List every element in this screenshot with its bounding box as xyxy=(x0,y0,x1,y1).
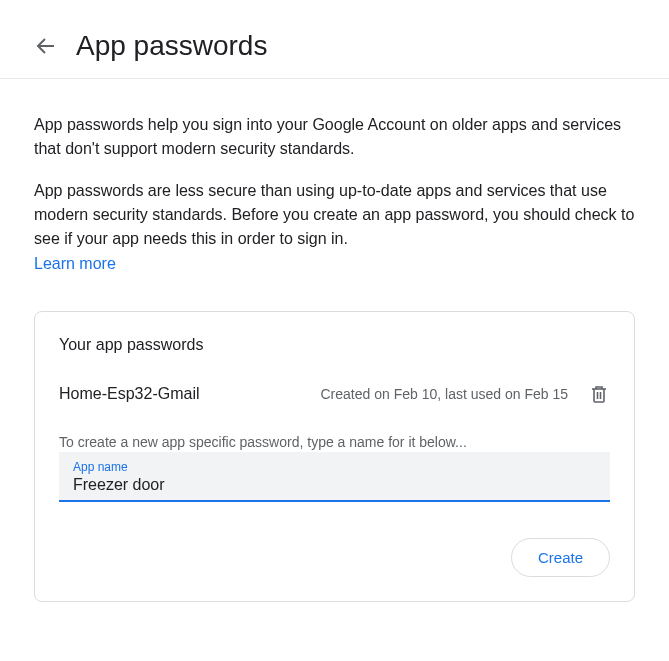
create-button[interactable]: Create xyxy=(511,538,610,577)
description-paragraph-2: App passwords are less secure than using… xyxy=(34,179,635,251)
button-row: Create xyxy=(59,538,610,577)
description-paragraph-1: App passwords help you sign into your Go… xyxy=(34,113,635,161)
app-password-name: Home-Esp32-Gmail xyxy=(59,385,199,403)
app-password-meta: Created on Feb 10, last used on Feb 15 xyxy=(199,386,568,402)
learn-more-link[interactable]: Learn more xyxy=(34,255,116,272)
create-hint: To create a new app specific password, t… xyxy=(59,434,610,450)
back-arrow-icon[interactable] xyxy=(34,34,58,58)
app-name-input[interactable] xyxy=(73,476,596,494)
app-passwords-card: Your app passwords Home-Esp32-Gmail Crea… xyxy=(34,311,635,602)
card-title: Your app passwords xyxy=(59,336,610,354)
trash-icon[interactable] xyxy=(590,384,610,404)
content-area: App passwords help you sign into your Go… xyxy=(0,79,669,602)
app-name-input-wrap[interactable]: App name xyxy=(59,452,610,502)
app-password-row: Home-Esp32-Gmail Created on Feb 10, last… xyxy=(59,384,610,404)
page-title: App passwords xyxy=(76,30,267,62)
app-name-input-label: App name xyxy=(73,460,596,474)
page-header: App passwords xyxy=(0,0,669,79)
